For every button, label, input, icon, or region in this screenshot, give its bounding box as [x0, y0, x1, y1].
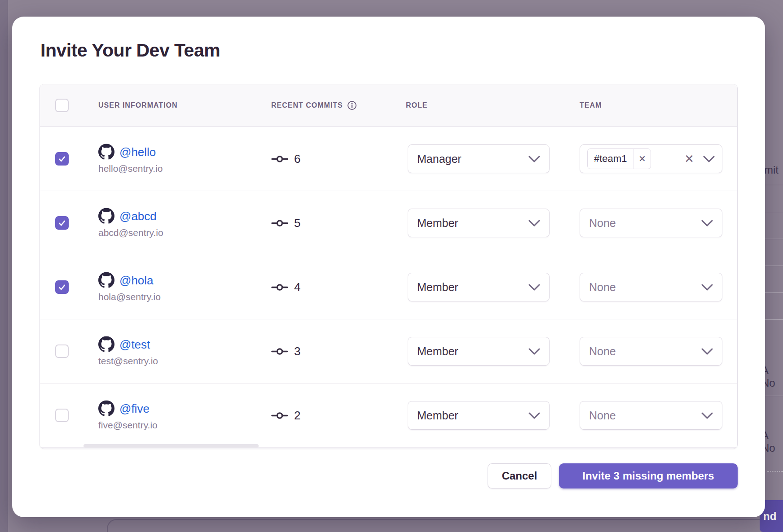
github-handle-link[interactable]: @abcd [119, 209, 157, 223]
role-select[interactable]: Member [408, 273, 550, 301]
commit-count: 3 [294, 344, 300, 358]
github-icon [98, 336, 114, 353]
team-select-value: None [589, 281, 616, 294]
commit-count: 6 [294, 152, 300, 166]
background-text-fragment: mit [764, 164, 779, 176]
recent-commits-cell: 4 [271, 280, 300, 294]
recent-commits-cell: 6 [271, 152, 300, 166]
chevron-down-icon [528, 412, 540, 419]
cancel-button[interactable]: Cancel [488, 463, 551, 488]
row-checkbox[interactable] [55, 280, 69, 294]
github-icon [98, 144, 114, 160]
table-row: @hola hola@sentry.io 4 Member None [40, 255, 737, 319]
chevron-down-icon [703, 156, 715, 162]
role-select[interactable]: Member [408, 401, 550, 430]
role-select-value: Manager [417, 153, 462, 166]
select-all-checkbox[interactable] [55, 99, 69, 112]
invite-dev-team-modal: Invite Your Dev Team USER INFORMATION RE… [12, 17, 765, 517]
recent-commits-cell: 3 [271, 344, 300, 358]
team-select[interactable]: None [580, 337, 722, 366]
team-select[interactable]: None [580, 401, 722, 430]
chevron-down-icon [528, 284, 540, 291]
role-select[interactable]: Manager [408, 144, 550, 173]
commit-count: 5 [294, 216, 300, 230]
role-select[interactable]: Member [408, 209, 550, 237]
table-body: @hello hello@sentry.io 6 Manager #team1 … [40, 127, 737, 448]
user-email: abcd@sentry.io [98, 227, 163, 238]
chevron-down-icon [701, 220, 713, 227]
background-row-divider [763, 239, 783, 239]
commit-count: 2 [294, 409, 300, 423]
background-row-divider [763, 185, 783, 185]
row-checkbox[interactable] [55, 409, 69, 422]
chevron-down-icon [701, 284, 713, 291]
github-icon [98, 272, 114, 288]
commit-count: 4 [294, 280, 300, 294]
background-row-divider [763, 396, 783, 396]
table-row: @hello hello@sentry.io 6 Manager #team1 … [40, 127, 737, 191]
git-commit-icon [271, 410, 288, 421]
row-checkbox[interactable] [55, 216, 69, 230]
role-select-value: Member [417, 345, 458, 358]
column-header-user-information: USER INFORMATION [98, 101, 178, 109]
background-row-divider [763, 212, 783, 212]
column-header-recent-commits: RECENT COMMITS [271, 100, 357, 110]
team-chip: #team1 ✕ [587, 148, 651, 169]
table-row: @five five@sentry.io 2 Member None [40, 384, 737, 448]
team-select[interactable]: None [580, 209, 722, 237]
team-select-value: None [589, 217, 616, 230]
row-checkbox[interactable] [55, 152, 69, 166]
git-commit-icon [271, 218, 288, 228]
github-handle-link[interactable]: @hola [119, 273, 154, 287]
chevron-down-icon [528, 220, 540, 227]
user-info-cell: @hello hello@sentry.io [98, 144, 163, 174]
team-select-value: None [589, 409, 616, 422]
user-info-cell: @hola hola@sentry.io [98, 272, 161, 302]
github-icon [98, 401, 114, 417]
background-divider [767, 471, 783, 472]
chevron-down-icon [701, 348, 713, 355]
role-select-value: Member [417, 281, 458, 294]
remove-team-icon[interactable]: ✕ [633, 149, 651, 169]
role-select[interactable]: Member [408, 337, 550, 366]
background-button-text: nd [763, 510, 776, 523]
horizontal-scrollbar[interactable] [84, 444, 259, 448]
info-icon[interactable] [347, 100, 357, 110]
user-email: test@sentry.io [98, 356, 158, 366]
recent-commits-label: RECENT COMMITS [271, 101, 343, 109]
recent-commits-cell: 5 [271, 216, 300, 230]
column-header-role: ROLE [406, 101, 427, 109]
git-commit-icon [271, 153, 288, 164]
role-select-value: Member [417, 217, 458, 230]
user-info-cell: @abcd abcd@sentry.io [98, 208, 163, 238]
team-select[interactable]: None [580, 273, 722, 301]
team-select[interactable]: #team1 ✕ ✕ [580, 144, 722, 173]
team-chip-label: #team1 [588, 153, 633, 165]
table-row: @abcd abcd@sentry.io 5 Member None [40, 191, 737, 255]
recent-commits-cell: 2 [271, 409, 300, 423]
column-header-team: TEAM [580, 101, 602, 109]
background-sidebar-edge [0, 0, 8, 532]
background-panel-border [107, 519, 783, 532]
github-handle-link[interactable]: @test [119, 337, 150, 351]
git-commit-icon [271, 346, 288, 357]
github-handle-link[interactable]: @hello [119, 145, 156, 159]
table-header-row: USER INFORMATION RECENT COMMITS ROLE TEA… [40, 84, 737, 127]
chevron-down-icon [701, 412, 713, 419]
background-row-divider [763, 319, 783, 320]
invite-table: USER INFORMATION RECENT COMMITS ROLE TEA… [40, 84, 738, 449]
background-row-divider [763, 266, 783, 266]
row-checkbox[interactable] [55, 344, 69, 358]
user-info-cell: @test test@sentry.io [98, 336, 158, 366]
modal-title: Invite Your Dev Team [40, 40, 220, 61]
github-icon [98, 208, 114, 224]
user-info-cell: @five five@sentry.io [98, 401, 158, 431]
invite-missing-members-button[interactable]: Invite 3 missing members [559, 463, 738, 488]
role-select-value: Member [417, 409, 458, 422]
user-email: hello@sentry.io [98, 163, 163, 174]
user-email: hola@sentry.io [98, 292, 161, 302]
chevron-down-icon [528, 348, 540, 355]
clear-team-icon[interactable]: ✕ [684, 153, 694, 165]
github-handle-link[interactable]: @five [119, 401, 150, 415]
team-select-value: None [589, 345, 616, 358]
